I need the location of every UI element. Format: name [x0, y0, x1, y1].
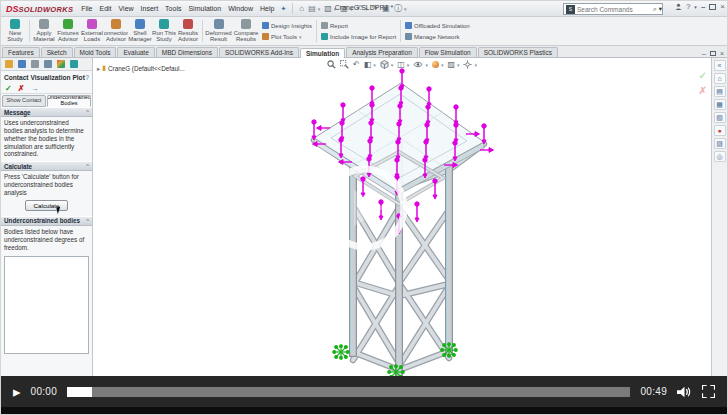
tab-simulation[interactable]: Simulation [300, 48, 345, 58]
feature-tree-root[interactable]: ▸ ▮ CraneG (Default<<Defaul... [97, 64, 185, 72]
view-settings-icon[interactable] [463, 60, 472, 69]
section-view-icon[interactable]: ◧ [364, 60, 372, 69]
ribbon-button-shell-manager[interactable]: Shell Manager [128, 18, 152, 44]
pin-menu-icon[interactable]: ✦ [280, 5, 286, 13]
ribbon-button-run-this-study[interactable]: Run This Study [152, 18, 176, 44]
ribbon-button-report[interactable]: Report [321, 22, 396, 29]
propertymanager-tab-icon[interactable] [16, 59, 28, 70]
orientation-dropdown-icon[interactable]: ▾ [391, 62, 394, 68]
menu-edit[interactable]: Edit [99, 5, 111, 12]
panel-help-icon[interactable]: ? [85, 74, 89, 81]
user-login-icon[interactable] [675, 3, 682, 10]
collapse-caret-icon[interactable]: ^ [86, 109, 89, 115]
ribbon-button-compare-results[interactable]: Compare Results [232, 18, 260, 44]
fullscreen-button[interactable] [702, 385, 715, 398]
taskpane-collapse-icon[interactable]: « [714, 60, 726, 71]
ribbon-button-manage-network[interactable]: Manage Network [405, 33, 470, 40]
ribbon-button-include-image-for-report[interactable]: Include Image for Report [321, 33, 396, 40]
zoom-to-area-icon[interactable] [340, 60, 349, 69]
search-scope-icon[interactable]: S [566, 5, 575, 14]
menu-help[interactable]: Help [260, 5, 274, 12]
displaymanager-tab-icon[interactable] [55, 59, 67, 70]
cancel-button[interactable]: ✗ [18, 84, 25, 93]
edit-appearance-icon[interactable] [432, 61, 439, 68]
ribbon-button-results-advisor[interactable]: Results Advisor [176, 18, 200, 44]
simulation-study-tab-icon[interactable] [68, 59, 80, 70]
confirm-ok-icon[interactable]: ✓ [699, 70, 707, 81]
ribbon-button-plot-tools[interactable]: Plot Tools▾ [262, 33, 312, 40]
subtab-show-contact[interactable]: Show Contact [2, 95, 46, 107]
model-3d-view[interactable] [93, 58, 711, 376]
collapse-caret-icon[interactable]: ^ [86, 163, 89, 169]
display-style-icon[interactable]: ◫ [397, 60, 405, 69]
tab-analysis-preparation[interactable]: Analysis Preparation [346, 47, 418, 57]
close-button[interactable]: × [720, 2, 725, 11]
expand-arrow-icon[interactable]: ▸ [97, 65, 100, 72]
home-icon[interactable]: ⌂ [299, 4, 304, 13]
search-commands-box[interactable]: S ⌕ ▾ [563, 3, 663, 15]
menu-file[interactable]: File [81, 5, 92, 12]
dimxpertmanager-tab-icon[interactable] [42, 59, 54, 70]
configurationmanager-tab-icon[interactable] [29, 59, 41, 70]
solidworks-resources-icon[interactable]: ⌂ [714, 73, 726, 84]
underconstrained-bodies-list[interactable] [4, 256, 89, 354]
tab-flow-simulation[interactable]: Flow Simulation [419, 47, 477, 57]
menu-insert[interactable]: Insert [141, 5, 159, 12]
plot-tools-dropdown-icon[interactable]: ▾ [299, 34, 302, 40]
open-document-icon[interactable]: ▧ [324, 4, 332, 13]
tab-features[interactable]: Features [2, 47, 40, 57]
view-palette-icon[interactable]: ▧ [714, 112, 726, 123]
menu-simulation[interactable]: Simulation [188, 5, 221, 12]
view-orientation-icon[interactable] [380, 60, 389, 69]
calculate-group-header[interactable]: Calculate ^ [1, 161, 92, 171]
underconstrained-group-header[interactable]: Underconstrained bodies ^ [1, 216, 92, 226]
ribbon-button-fixtures-advisor[interactable]: Fixtures Advisor [56, 18, 80, 44]
apply-scene-icon[interactable]: ▨ [447, 60, 455, 69]
appearances-icon[interactable]: ● [714, 125, 726, 136]
progress-bar[interactable] [67, 387, 630, 397]
previous-view-icon[interactable]: ↶ [353, 60, 360, 69]
restore-button[interactable] [709, 4, 716, 10]
new-document-icon[interactable]: ▤ [308, 4, 316, 13]
options-icon[interactable]: ⓘ [394, 3, 402, 14]
ribbon-button-design-insights[interactable]: Design Insights [262, 22, 312, 29]
appearance-dropdown-icon[interactable]: ▾ [441, 62, 444, 68]
doc-restore-button[interactable] [710, 51, 716, 56]
forum-icon[interactable]: ◎ [714, 151, 726, 162]
ribbon-button-apply-material[interactable]: Apply Material [32, 18, 56, 44]
search-input[interactable] [577, 6, 651, 13]
ribbon-button-connections-advisor[interactable]: Connections Advisor [104, 18, 128, 44]
menu-tools[interactable]: Tools [165, 5, 181, 12]
ok-button[interactable]: ✓ [5, 84, 12, 93]
design-library-icon[interactable]: ▤ [714, 86, 726, 97]
collapse-caret-icon[interactable]: ^ [86, 218, 89, 224]
calculate-button[interactable]: Calculate [25, 200, 69, 211]
ribbon-button-offloaded-simulation[interactable]: Offloaded Simulation [405, 22, 470, 29]
menu-view[interactable]: View [119, 5, 134, 12]
menu-window[interactable]: Window [228, 5, 253, 12]
confirm-cancel-icon[interactable]: ✗ [699, 85, 707, 96]
hide-show-dropdown-icon[interactable]: ▾ [425, 62, 428, 68]
volume-button[interactable] [677, 386, 692, 398]
ribbon-button-deformed-result[interactable]: Deformed Result [205, 18, 232, 44]
search-icon[interactable]: ⌕ [653, 5, 657, 13]
help-icon[interactable]: ? [686, 2, 690, 11]
hide-show-items-icon[interactable] [413, 61, 423, 68]
scene-dropdown-icon[interactable]: ▾ [457, 62, 460, 68]
tab-mbd-dimensions[interactable]: MBD Dimensions [156, 47, 218, 57]
zoom-to-fit-icon[interactable] [327, 60, 336, 69]
minimize-button[interactable]: – [701, 2, 705, 11]
display-style-dropdown-icon[interactable]: ▾ [407, 62, 410, 68]
graphics-viewport[interactable]: ▸ ▮ CraneG (Default<<Defaul... ↶ ◧▾ ▾ ◫▾… [93, 58, 711, 376]
new-dropdown-icon[interactable]: ▾ [318, 6, 321, 12]
tab-solidworks-plastics[interactable]: SOLIDWORKS Plastics [478, 47, 558, 57]
message-group-header[interactable]: Message ^ [1, 107, 92, 117]
tab-mold-tools[interactable]: Mold Tools [74, 47, 117, 57]
custom-properties-icon[interactable]: ▨ [714, 138, 726, 149]
subtab-underconstrained-bodies[interactable]: Underconstrained Bodies [47, 95, 91, 107]
tab-solidworks-add-ins[interactable]: SOLIDWORKS Add-Ins [219, 47, 299, 57]
detailed-preview-icon[interactable]: → [30, 84, 38, 93]
doc-minimize-button[interactable]: – [702, 50, 706, 57]
options-dropdown-icon[interactable]: ▾ [404, 6, 407, 12]
help-dropdown-icon[interactable]: ▾ [694, 4, 697, 10]
